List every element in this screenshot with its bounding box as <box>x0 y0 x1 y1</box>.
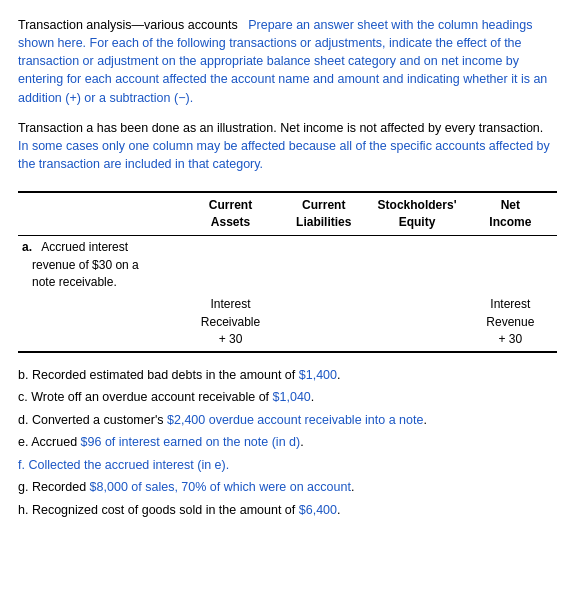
list-item-c-text: Wrote off an overdue account receivable … <box>31 390 314 404</box>
item-a-entry-current-assets: Interest Receivable + 30 <box>184 294 277 350</box>
second-paragraph: Transaction a has been done as an illust… <box>18 119 557 173</box>
col-header-current-assets: Current Assets <box>184 193 277 234</box>
list-item-g: g. Recorded $8,000 of sales, 70% of whic… <box>18 479 557 497</box>
table-row-a-entry: Interest Receivable + 30 Interest Revenu… <box>18 294 557 350</box>
list-item-d-text: Converted a customer's $2,400 overdue ac… <box>32 413 427 427</box>
item-a-entry-equity <box>370 294 463 350</box>
list-item-g-letter: g. <box>18 480 28 494</box>
list-item-b-amount: $1,400 <box>299 368 337 382</box>
list-item-g-text: Recorded $8,000 of sales, 70% of which w… <box>32 480 354 494</box>
list-item-e-amount: $96 of interest earned on the note (in d… <box>81 435 301 449</box>
item-a-desc-line1: Accrued interest <box>41 240 128 254</box>
list-item-h-letter: h. <box>18 503 28 517</box>
intro-paragraph: Transaction analysis—various accounts Pr… <box>18 16 557 107</box>
list-item-b: b. Recorded estimated bad debts in the a… <box>18 367 557 385</box>
item-a-desc-line3: note receivable. <box>32 275 117 289</box>
list-item-b-text: Recorded estimated bad debts in the amou… <box>32 368 341 382</box>
table-header-row: Current Assets Current Liabilities Stock… <box>18 193 557 234</box>
item-a-entry-net-income: Interest Revenue + 30 <box>464 294 557 350</box>
list-item-e: e. Accrued $96 of interest earned on the… <box>18 434 557 452</box>
list-item-f-text: f. Collected the accrued interest (in e)… <box>18 458 229 472</box>
col-header-label <box>18 193 184 234</box>
item-a-letter: a. <box>22 240 32 254</box>
item-a-entry-label-empty <box>18 294 184 350</box>
table-row-a-label: a. Accrued interest revenue of $30 on a … <box>18 236 557 295</box>
item-a-current-liab-empty <box>277 236 370 295</box>
list-item-d: d. Converted a customer's $2,400 overdue… <box>18 412 557 430</box>
second-para-line2: In some cases only one column may be aff… <box>18 139 550 171</box>
list-item-e-letter: e. <box>18 435 28 449</box>
intro-title: Transaction analysis—various accounts <box>18 18 238 32</box>
item-a-net-income-empty <box>464 236 557 295</box>
list-item-c-amount: $1,040 <box>273 390 311 404</box>
list-item-c-letter: c. <box>18 390 28 404</box>
item-a-current-assets-empty <box>184 236 277 295</box>
list-item-h-text: Recognized cost of goods sold in the amo… <box>32 503 341 517</box>
list-item-d-letter: d. <box>18 413 28 427</box>
col-header-equity: Stockholders' Equity <box>370 193 463 234</box>
transaction-table: Current Assets Current Liabilities Stock… <box>18 191 557 353</box>
item-a-desc-line2: revenue of $30 on a <box>32 258 139 272</box>
list-item-h-amount: $6,400 <box>299 503 337 517</box>
list-item-h: h. Recognized cost of goods sold in the … <box>18 502 557 520</box>
item-a-equity-empty <box>370 236 463 295</box>
transaction-list: b. Recorded estimated bad debts in the a… <box>18 367 557 520</box>
list-item-e-text: Accrued $96 of interest earned on the no… <box>31 435 303 449</box>
list-item-f: f. Collected the accrued interest (in e)… <box>18 457 557 475</box>
subtraction-word: subtraction <box>109 91 170 105</box>
second-para-line1: Transaction a has been done as an illust… <box>18 121 543 135</box>
list-item-g-amount: $8,000 of sales, 70% of which were on ac… <box>90 480 351 494</box>
col-header-current-liab: Current Liabilities <box>277 193 370 234</box>
list-item-c: c. Wrote off an overdue account receivab… <box>18 389 557 407</box>
intro-end: (−). <box>171 91 194 105</box>
list-item-b-letter: b. <box>18 368 28 382</box>
col-header-net-income: Net Income <box>464 193 557 234</box>
item-a-entry-current-liab <box>277 294 370 350</box>
list-item-d-amount: $2,400 overdue account receivable into a… <box>167 413 423 427</box>
